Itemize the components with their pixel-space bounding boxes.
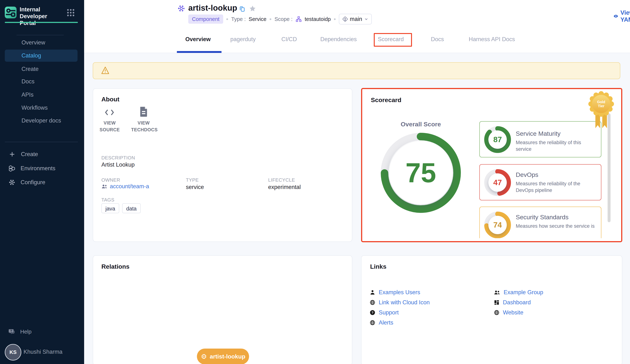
environments-icon [8,164,16,172]
branch-value: main [350,16,362,22]
branch-select[interactable]: main [339,14,372,24]
scorecard-title: Scorecard [371,96,401,104]
copy-icon[interactable] [239,6,246,12]
document-icon [140,106,148,117]
score-card-security-standards[interactable]: 74 Security Standards Measures how secur… [480,206,601,238]
view-yaml-button[interactable]: View YAML [614,9,630,23]
sidebar-action-create[interactable]: Create [9,150,38,158]
tab-harness-api-docs[interactable]: Harness API Docs [469,36,515,42]
svg-text:?: ? [372,311,374,314]
help-button[interactable]: ? Help [8,328,32,335]
view-techdocs-button[interactable] [140,106,148,117]
lifecycle-label: LIFECYCLE [268,177,295,183]
score-value: 87 [493,135,502,144]
svg-text:Tier: Tier [598,104,604,108]
svg-text:?: ? [10,329,12,333]
score-description: Measures the reliability of this service [516,139,598,152]
sidebar-item-catalog[interactable]: Catalog [22,52,41,59]
description-value: Artist Lookup [102,162,135,168]
score-name: DevOps [516,171,538,178]
brand-title: Internal DeveloperPortal [20,6,68,26]
lifecycle-value: experimental [268,184,301,190]
tab-overview[interactable]: Overview [185,36,211,42]
globe-icon [370,320,376,326]
sidebar-action-configure[interactable]: Configure [8,178,45,186]
avatar[interactable]: KS [5,344,21,360]
people-icon [494,290,500,295]
link-support[interactable]: ? Support [370,309,399,316]
scorecard-card: Scorecard Overall Score 75 87 Service Ma… [361,88,622,242]
active-tab-underline [177,51,222,53]
sidebar-item-overview[interactable]: Overview [22,39,45,46]
gold-tier-badge: Gold Tier [588,90,615,134]
sidebar-accent-bar [5,22,78,23]
link-dashboard[interactable]: Dashboard [494,299,531,306]
score-card-devops[interactable]: 47 DevOps Measures the reliability of th… [480,164,601,200]
score-name: Service Maturity [516,130,560,137]
sidebar-item-workflows[interactable]: Workflows [22,104,48,112]
eye-icon [614,14,618,19]
tags-row: java data [102,203,141,213]
page-title: artist-lookup [188,3,237,12]
sidebar-item-developer-docs[interactable]: Developer docs [22,117,61,124]
gear-icon [8,178,16,186]
sidebar-item-docs[interactable]: Docs [22,78,34,85]
score-description: Measures the reliability of the DevOps p… [516,180,598,194]
tag-chip[interactable]: data [122,203,140,213]
type-value: Service [249,16,266,22]
view-techdocs-label[interactable]: VIEWTECHDOCS [131,120,156,133]
app-root: Internal DeveloperPortal Overview Catalo… [0,0,630,364]
sidebar-action-environments[interactable]: Environments [8,164,56,172]
help-circle-icon: ? [370,310,376,316]
links-title: Links [370,263,386,270]
entity-header: artist-lookup Component • Type : Service… [84,0,630,53]
user-name: Khushi Sharma [24,348,62,355]
description-label: DESCRIPTION [102,155,135,161]
kind-badge[interactable]: Component [188,14,223,24]
tag-chip[interactable]: java [102,203,119,213]
link-link-with-cloud-icon[interactable]: Link with Cloud Icon [370,299,430,306]
tab-pagerduty[interactable]: pagerduty [230,36,256,42]
link-alerts[interactable]: Alerts [370,319,393,326]
star-icon[interactable] [249,5,256,12]
owner-link[interactable]: account/team-a [102,183,149,190]
sidebar: Internal DeveloperPortal Overview Catalo… [0,0,84,364]
overall-score-value: 75 [389,141,452,204]
tab-cicd[interactable]: CI/CD [282,36,297,42]
tab-docs[interactable]: Docs [431,36,444,42]
link-examples-users[interactable]: Examples Users [370,289,420,296]
scorecard-tab-annotation-box [374,33,412,47]
owner-label: OWNER [102,177,120,183]
people-icon [102,184,108,189]
relations-card: Relations artist-lookup [93,255,352,364]
score-description: Measures how secure the service is [516,223,598,230]
view-source-label[interactable]: VIEWSOURCE [99,120,120,133]
divider [5,142,78,142]
relations-node-artist-lookup[interactable]: artist-lookup [197,348,249,364]
about-card: About VIEWSOURCE VIEWTECHDOCS DESCRIPTIO… [93,88,352,242]
brand-logo[interactable] [5,6,16,18]
sidebar-item-create[interactable]: Create [22,66,38,73]
idp-logo-icon [5,6,16,18]
scope-value: testautoidp [305,16,331,22]
tab-dependencies[interactable]: Dependencies [320,36,357,42]
overall-score-label: Overall Score [393,121,448,128]
svg-text:Gold: Gold [597,100,605,104]
score-card-service-maturity[interactable]: 87 Service Maturity Measures the reliabi… [480,121,601,158]
code-icon [105,108,114,116]
type-field-value: service [186,184,204,190]
apps-grid-icon[interactable] [67,9,74,16]
chevron-down-icon [364,17,368,21]
link-example-group[interactable]: Example Group [494,289,543,296]
entity-gear-icon [177,4,186,13]
sidebar-item-apis[interactable]: APIs [22,91,34,98]
score-value: 74 [493,220,502,230]
score-value: 47 [493,178,502,187]
about-title: About [102,96,120,103]
link-website[interactable]: Website [494,309,523,316]
branch-icon [342,16,348,22]
globe-icon [370,300,376,306]
type-field-label: TYPE [186,177,199,183]
person-icon [370,290,376,295]
view-source-button[interactable] [105,108,114,116]
